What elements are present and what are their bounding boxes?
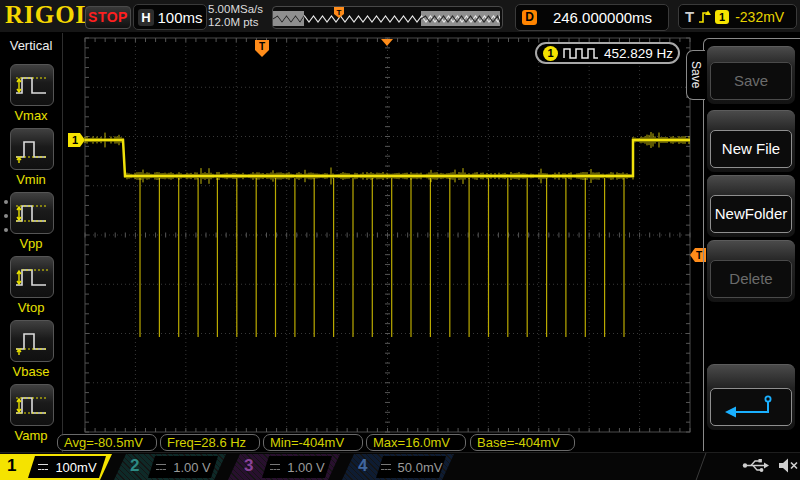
delay-box[interactable]: D 246.000000ms bbox=[515, 4, 669, 31]
dc-coupling-icon bbox=[269, 463, 281, 472]
svg-text:T: T bbox=[696, 250, 702, 261]
softkey-face: Delete bbox=[710, 260, 792, 298]
page-indicator-dot bbox=[4, 214, 8, 218]
system-status-icons bbox=[742, 456, 799, 475]
trigger-label: T bbox=[685, 8, 694, 25]
rigol-logo: RIGOL bbox=[5, 1, 93, 29]
sample-rate: 5.00MSa/s bbox=[208, 3, 263, 16]
hardware-freq-counter: 1 452.829 Hz bbox=[535, 42, 680, 64]
svg-text:T: T bbox=[337, 8, 342, 17]
channel-scale-box: 100mV bbox=[28, 456, 106, 478]
trigger-position-marker[interactable]: T bbox=[255, 40, 269, 57]
trigger-box[interactable]: T 1 -232mV bbox=[678, 4, 797, 29]
timebase-value: 100ms bbox=[154, 9, 206, 26]
channel-number: 4 bbox=[358, 456, 367, 476]
measure-button-vmax[interactable]: .p{fill:none;stroke:#ddd;stroke-width:1.… bbox=[10, 64, 54, 106]
delay-value: 246.000000ms bbox=[537, 9, 668, 26]
measure-button-vpp[interactable]: .p{fill:none;stroke:#ddd;stroke-width:1.… bbox=[10, 192, 54, 234]
run-state-badge[interactable]: STOP bbox=[85, 6, 131, 29]
svg-text:1: 1 bbox=[72, 134, 78, 146]
channel-4-tab[interactable]: 4 50.0mV bbox=[342, 454, 454, 480]
dc-coupling-icon bbox=[155, 463, 167, 472]
right-menu-tab: Save bbox=[686, 50, 705, 100]
measure-button-vtop[interactable]: .p{fill:none;stroke:#ddd;stroke-width:1.… bbox=[10, 256, 54, 298]
channel-scale: 50.0mV bbox=[398, 460, 443, 475]
measurement-value: Base=-404mV bbox=[470, 434, 575, 451]
trigger-level-value: -232mV bbox=[735, 9, 784, 25]
acquisition-info: 5.00MSa/s 12.0M pts bbox=[208, 3, 263, 29]
channel-scale-box: 50.0mV bbox=[376, 456, 446, 478]
softkey-face: NewFolder bbox=[710, 195, 792, 233]
measure-button-label: Vmax bbox=[0, 108, 62, 123]
measurement-value: Freq=28.6 Hz bbox=[160, 434, 260, 451]
return-arrow-icon bbox=[720, 392, 782, 422]
measure-button-vbase[interactable]: .p{fill:none;stroke:#ddd;stroke-width:1.… bbox=[10, 320, 54, 362]
horizontal-timebase-box[interactable]: H 100ms bbox=[133, 4, 207, 30]
measure-button-vmin[interactable]: .p{fill:none;stroke:#ddd;stroke-width:1.… bbox=[10, 128, 54, 170]
vpp-icon: .p{fill:none;stroke:#ddd;stroke-width:1.… bbox=[14, 198, 50, 228]
measurement-value: Avg=-80.5mV bbox=[57, 434, 157, 451]
softkey-new-file[interactable]: New File bbox=[707, 110, 795, 172]
horizontal-center-marker bbox=[381, 39, 393, 46]
channel-scale: 1.00 V bbox=[287, 460, 325, 475]
softkey-save[interactable]: Save bbox=[707, 46, 795, 104]
page-indicator-dot bbox=[4, 228, 8, 232]
measure-button-vamp[interactable]: .p{fill:none;stroke:#ddd;stroke-width:1.… bbox=[10, 384, 54, 426]
measure-sidebar: Vertical .p{fill:none;stroke:#ddd;stroke… bbox=[0, 32, 63, 452]
freq-counter-channel-badge: 1 bbox=[543, 46, 558, 61]
sidebar-title: Vertical bbox=[0, 38, 62, 53]
trigger-slope-icon bbox=[698, 9, 711, 24]
top-status-bar: RIGOL STOP H 100ms 5.00MSa/s 12.0M pts T… bbox=[0, 0, 800, 33]
channel-1-tab[interactable]: 1 100mV bbox=[0, 454, 112, 480]
softkey-face: New File bbox=[710, 130, 792, 168]
usb-icon bbox=[742, 456, 770, 475]
memory-depth: 12.0M pts bbox=[208, 16, 263, 29]
softkey-face bbox=[710, 388, 792, 426]
horizontal-label: H bbox=[138, 9, 154, 26]
vamp-icon: .p{fill:none;stroke:#ddd;stroke-width:1.… bbox=[14, 390, 50, 420]
measure-button-label: Vmin bbox=[0, 172, 62, 187]
square-wave-icon bbox=[563, 47, 599, 60]
measure-button-label: Vpp bbox=[0, 236, 62, 251]
channel-scale-box: 1.00 V bbox=[148, 456, 218, 478]
page-indicator-dot bbox=[4, 200, 8, 204]
channel-number: 2 bbox=[130, 456, 139, 476]
measurement-value: Min=-404mV bbox=[263, 434, 363, 451]
measure-button-label: Vtop bbox=[0, 300, 62, 315]
channel-status-bar: 1 100mV2 1.00 V3 1.00 V4 50.0mV bbox=[0, 452, 800, 480]
channel-3-tab[interactable]: 3 1.00 V bbox=[228, 454, 340, 480]
channel-number: 1 bbox=[7, 456, 16, 476]
status-separator bbox=[694, 453, 708, 480]
trigger-source-badge: 1 bbox=[715, 10, 729, 24]
softkey-face: Save bbox=[710, 62, 792, 100]
measure-button-label: Vamp bbox=[0, 428, 62, 443]
vtop-icon: .p{fill:none;stroke:#ddd;stroke-width:1.… bbox=[14, 262, 50, 292]
softkey-delete[interactable]: Delete bbox=[707, 240, 795, 302]
softkey-newfolder[interactable]: NewFolder bbox=[707, 175, 795, 237]
dc-coupling-icon bbox=[37, 463, 49, 472]
channel-scale: 100mV bbox=[55, 460, 96, 475]
delay-label: D bbox=[522, 10, 537, 25]
svg-text:T: T bbox=[259, 41, 265, 52]
channel-scale-box: 1.00 V bbox=[262, 456, 332, 478]
speaker-muted-icon bbox=[777, 456, 799, 475]
channel-number: 3 bbox=[244, 456, 253, 476]
softkey-return[interactable] bbox=[707, 364, 795, 430]
memory-waveform-preview[interactable]: T bbox=[272, 6, 503, 29]
vmin-icon: .p{fill:none;stroke:#ddd;stroke-width:1.… bbox=[14, 134, 50, 164]
channel-1-level-marker[interactable]: 1 bbox=[68, 133, 85, 147]
oscilloscope-display: 1TT bbox=[0, 0, 800, 480]
channel-2-tab[interactable]: 2 1.00 V bbox=[114, 454, 226, 480]
measurement-value: Max=16.0mV bbox=[366, 434, 466, 451]
right-menu-tab-label: Save bbox=[689, 61, 703, 88]
freq-counter-value: 452.829 Hz bbox=[604, 46, 673, 61]
channel-scale: 1.00 V bbox=[173, 460, 211, 475]
dc-coupling-icon bbox=[380, 463, 392, 472]
measure-button-label: Vbase bbox=[0, 364, 62, 379]
vbase-icon: .p{fill:none;stroke:#ddd;stroke-width:1.… bbox=[14, 326, 50, 356]
vmax-icon: .p{fill:none;stroke:#ddd;stroke-width:1.… bbox=[14, 70, 50, 100]
preview-waveform-icon: T bbox=[273, 7, 500, 26]
